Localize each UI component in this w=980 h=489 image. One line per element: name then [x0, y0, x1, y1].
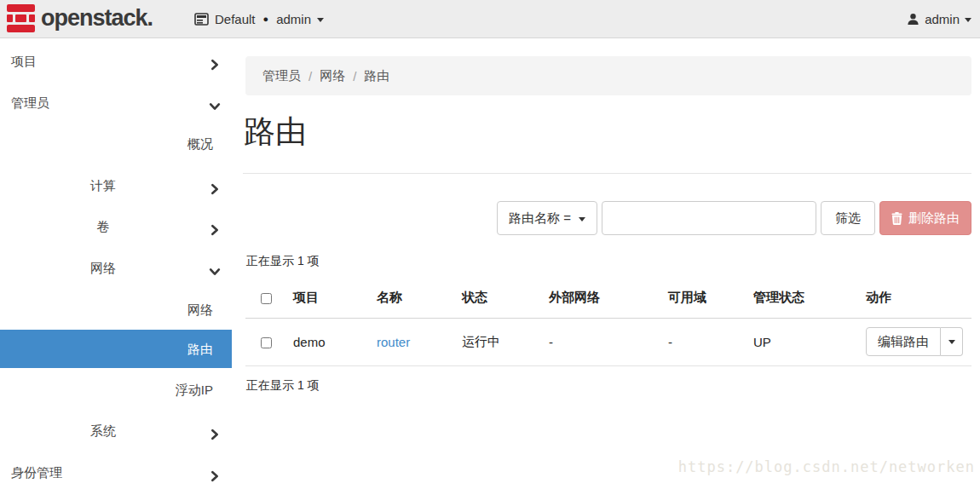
chevron-right-icon: [209, 220, 221, 232]
table-row: demo router 运行中 - - UP 编辑路由: [245, 318, 971, 365]
breadcrumb-separator: /: [308, 69, 312, 83]
sidebar-item-overview[interactable]: 概况: [0, 132, 232, 155]
chevron-right-icon: [209, 424, 221, 436]
chevron-down-icon: [209, 96, 221, 108]
row-select-checkbox[interactable]: [261, 337, 272, 348]
column-header-external-network: 外部网络: [533, 278, 653, 318]
sidebar-item-identity[interactable]: 身份管理: [0, 461, 232, 484]
column-header-admin-state: 管理状态: [738, 278, 850, 318]
trash-icon: [891, 212, 902, 225]
openstack-logo-icon: [7, 4, 35, 32]
user-icon: [907, 13, 919, 26]
edit-router-label: 编辑路由: [878, 334, 929, 350]
sidebar-item-routers[interactable]: 路由: [0, 330, 232, 368]
column-header-status: 状态: [447, 278, 533, 318]
router-name-link[interactable]: router: [377, 335, 410, 349]
column-header-actions: 动作: [850, 278, 971, 318]
chevron-right-icon: [209, 179, 221, 191]
watermark-text: https://blog.csdn.net/networken: [678, 458, 975, 475]
cell-external-network: -: [533, 318, 653, 365]
header-divider: [243, 173, 971, 174]
column-header-name: 名称: [361, 278, 447, 318]
filter-field-label: 路由名称 =: [509, 210, 571, 227]
breadcrumb-item-admin[interactable]: 管理员: [262, 68, 301, 84]
sidebar-item-system[interactable]: 系统: [0, 419, 232, 442]
breadcrumb-item-network[interactable]: 网络: [320, 68, 345, 84]
sidebar-item-label: 项目: [11, 54, 37, 68]
sidebar-item-label: 网络: [187, 302, 213, 317]
caret-down-icon: [579, 217, 585, 221]
sidebar-item-label: 概况: [187, 136, 213, 151]
sidebar-item-label: 卷: [97, 219, 110, 233]
sidebar-item-label: 网络: [90, 261, 116, 275]
caret-down-icon: [965, 18, 971, 22]
sidebar-item-network-group[interactable]: 网络: [0, 256, 232, 279]
sidebar-item-networks[interactable]: 网络: [0, 298, 232, 321]
filter-field-dropdown[interactable]: 路由名称 =: [497, 201, 597, 235]
caret-down-icon: [317, 18, 324, 22]
username: admin: [925, 12, 960, 26]
table-actions-bar: 路由名称 = 筛选 删除路由: [245, 201, 971, 235]
edit-router-button[interactable]: 编辑路由: [866, 327, 941, 356]
sidebar-item-label: 系统: [90, 423, 116, 438]
sidebar-item-label: 计算: [90, 178, 116, 193]
top-navbar: openstack. Default ● admin admin: [0, 0, 980, 38]
row-actions-split-button: 编辑路由: [866, 327, 963, 356]
delete-button-label: 删除路由: [908, 210, 960, 227]
delete-routers-button[interactable]: 删除路由: [879, 201, 971, 235]
brand-wordmark: openstack.: [41, 4, 153, 32]
cell-availability-zone: -: [653, 318, 738, 365]
list-icon: [194, 13, 209, 26]
column-header-project: 项目: [278, 278, 361, 318]
sidebar-item-label: 路由: [187, 342, 213, 356]
table-header-row: 项目 名称 状态 外部网络 可用域 管理状态 动作: [245, 278, 971, 318]
sidebar-item-volumes[interactable]: 卷: [0, 215, 232, 238]
filter-search-input[interactable]: [602, 201, 816, 235]
domain-project-switcher[interactable]: Default ● admin: [194, 0, 324, 37]
page-title: 路由: [244, 111, 307, 153]
sidebar-item-project[interactable]: 项目: [0, 49, 232, 72]
cell-status: 运行中: [447, 318, 533, 365]
row-actions-dropdown-toggle[interactable]: [941, 327, 963, 356]
filter-button-label: 筛选: [835, 210, 861, 227]
chevron-right-icon: [209, 466, 221, 478]
current-project: admin: [276, 12, 311, 26]
openstack-dashboard: openstack. Default ● admin admin 项目 管理员: [0, 0, 980, 489]
sidebar-item-admin[interactable]: 管理员: [0, 91, 232, 114]
chevron-right-icon: [209, 55, 221, 66]
cell-project: demo: [278, 318, 361, 365]
sidebar-item-label: 身份管理: [11, 465, 62, 480]
select-all-checkbox[interactable]: [261, 293, 272, 304]
breadcrumb-separator: /: [353, 69, 356, 83]
sidebar-nav: 项目 管理员 概况 计算 卷 网络 网络 路由 浮动IP: [0, 39, 232, 489]
breadcrumb-item-routers: 路由: [364, 68, 389, 84]
routers-table: 项目 名称 状态 外部网络 可用域 管理状态 动作 demo router 运行…: [245, 278, 971, 366]
sidebar-item-floating-ips[interactable]: 浮动IP: [0, 378, 232, 401]
context-separator: ●: [262, 14, 271, 24]
current-domain: Default: [215, 12, 256, 26]
items-count-top: 正在显示 1 项: [246, 254, 320, 269]
sidebar-item-label: 管理员: [11, 95, 49, 110]
items-count-bottom: 正在显示 1 项: [246, 378, 320, 394]
user-menu[interactable]: admin: [907, 0, 971, 37]
breadcrumb: 管理员 / 网络 / 路由: [245, 56, 971, 95]
caret-down-icon: [948, 340, 955, 344]
openstack-brand[interactable]: openstack.: [7, 4, 153, 32]
chevron-down-icon: [209, 262, 221, 273]
sidebar-item-compute[interactable]: 计算: [0, 174, 232, 197]
sidebar-item-label: 浮动IP: [176, 383, 213, 397]
cell-admin-state: UP: [738, 318, 850, 365]
column-header-availability-zone: 可用域: [653, 278, 738, 318]
filter-button[interactable]: 筛选: [821, 201, 875, 235]
